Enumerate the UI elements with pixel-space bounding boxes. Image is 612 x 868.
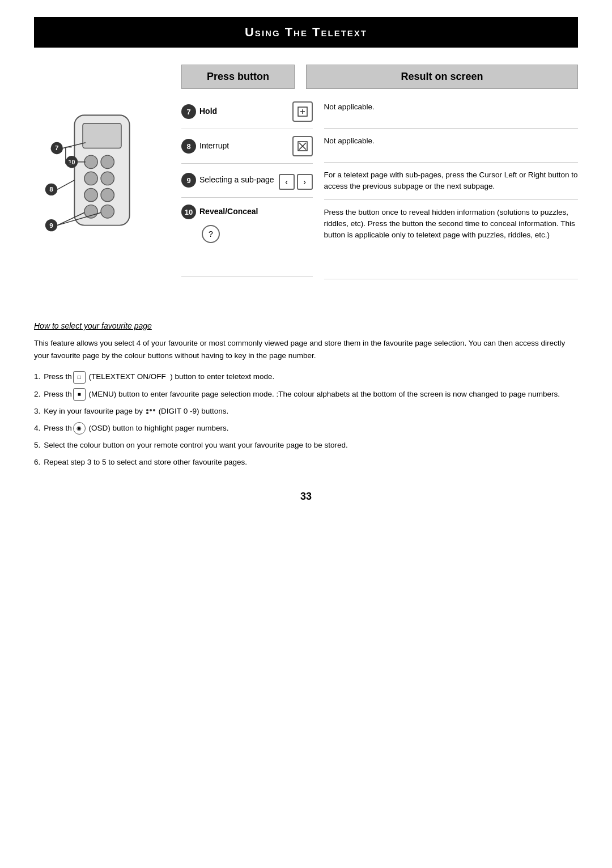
svg-point-8 [84, 205, 97, 218]
menu-icon: ■ [73, 388, 86, 401]
table-area: Press button Result on screen 7 Hold [181, 65, 578, 299]
rows-container: 7 Hold 8 Interr [181, 95, 578, 279]
row-10-press-content: 10 Reveal/Conceal ? [181, 205, 313, 243]
row-7-label: Hold [199, 106, 217, 117]
row-9-press-content: 9 Selecting a sub-page ‹ › [181, 171, 313, 190]
main-content: 7 10 8 9 [34, 65, 578, 299]
row-9-badge: 9 Selecting a sub-page [181, 173, 274, 188]
page-number: 33 [34, 491, 578, 503]
page-title: Using The Teletext [34, 17, 578, 48]
result-on-screen-header: Result on screen [306, 65, 578, 89]
row-8-result: Not applicable. [324, 129, 578, 163]
svg-point-9 [101, 205, 114, 218]
press-button-header: Press button [181, 65, 295, 89]
digit-icon [146, 409, 155, 414]
press-column: 7 Hold 8 Interr [181, 95, 313, 279]
steps-list: 1. Press th□ (TELEXTEXT ON/OFF ) button … [34, 371, 578, 468]
row-8-press: 8 Interrupt [181, 129, 313, 164]
svg-point-7 [101, 188, 114, 201]
step-5: 5. Select the colour button on your remo… [34, 439, 578, 452]
right-arrow-icon: › [297, 174, 313, 190]
remote-diagram: 7 10 8 9 [34, 99, 170, 297]
step-2: 2. Press th■ (MENU) button to enter favo… [34, 388, 578, 401]
svg-text:10: 10 [69, 159, 75, 165]
left-arrow-icon: ‹ [279, 174, 295, 190]
row-9-result: For a teletext page with sub-pages, pres… [324, 163, 578, 200]
svg-point-2 [84, 155, 97, 168]
row-7-badge: 7 Hold [181, 104, 217, 119]
row-9-arrows: ‹ › [279, 174, 313, 190]
row-8-badge: 8 Interrupt [181, 139, 229, 154]
svg-point-5 [101, 172, 114, 185]
row-10-press: 10 Reveal/Conceal ? [181, 198, 313, 277]
row-10-result: Press the button once to reveal hidden i… [324, 200, 578, 279]
teletext-icon: □ [73, 371, 86, 384]
result-column: Not applicable. Not applicable. For a te… [324, 95, 578, 279]
favourite-heading: How to select your favourite page [34, 321, 578, 330]
row-10-icon: ? [202, 225, 220, 243]
row-10-label: Reveal/Conceal [199, 206, 258, 218]
row-7-icon [292, 101, 313, 122]
row-10-badge: 10 Reveal/Conceal [181, 205, 258, 219]
svg-text:8: 8 [49, 185, 53, 193]
row-8-press-content: 8 Interrupt [181, 136, 313, 156]
row-9-press: 9 Selecting a sub-page ‹ › [181, 164, 313, 198]
svg-text:7: 7 [55, 144, 58, 151]
step-3: 3. Key in your favourite page by (DIGIT … [34, 405, 578, 418]
svg-line-18 [57, 180, 74, 190]
row-7-press: 7 Hold [181, 95, 313, 129]
intro-text: This feature allows you select 4 of your… [34, 337, 578, 361]
svg-point-6 [84, 188, 97, 201]
row-7-number: 7 [181, 104, 196, 119]
row-8-label: Interrupt [199, 141, 229, 152]
row-9-label: Selecting a sub-page [199, 175, 274, 186]
svg-rect-1 [83, 124, 121, 148]
page: Using The Teletext 7 [0, 0, 612, 868]
svg-point-4 [84, 172, 97, 185]
svg-point-3 [101, 155, 114, 168]
row-8-number: 8 [181, 139, 196, 154]
step-1: 1. Press th□ (TELEXTEXT ON/OFF ) button … [34, 371, 578, 383]
step-4: 4. Press th◉ (OSD) button to highlight p… [34, 422, 578, 435]
diagram-area: 7 10 8 9 [34, 65, 181, 299]
svg-text:9: 9 [49, 222, 53, 229]
column-headers: Press button Result on screen [181, 65, 578, 89]
osd-icon: ◉ [73, 422, 86, 435]
row-9-number: 9 [181, 173, 196, 188]
row-8-icon [292, 136, 313, 156]
step-6: 6. Repeat step 3 to 5 to select and stor… [34, 456, 578, 469]
row-7-press-content: 7 Hold [181, 101, 313, 122]
row-7-result: Not applicable. [324, 95, 578, 129]
row-10-number: 10 [181, 205, 196, 219]
bottom-section: How to select your favourite page This f… [34, 321, 578, 468]
